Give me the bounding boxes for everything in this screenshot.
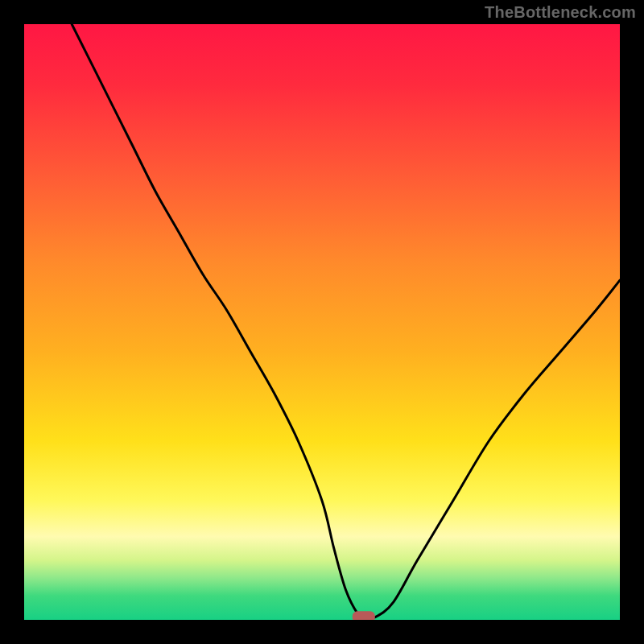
gradient-background [24, 24, 620, 620]
chart-frame [24, 24, 620, 620]
curve-minimum-marker [353, 611, 375, 620]
bottleneck-chart [24, 24, 620, 620]
watermark-text: TheBottleneck.com [485, 3, 636, 22]
